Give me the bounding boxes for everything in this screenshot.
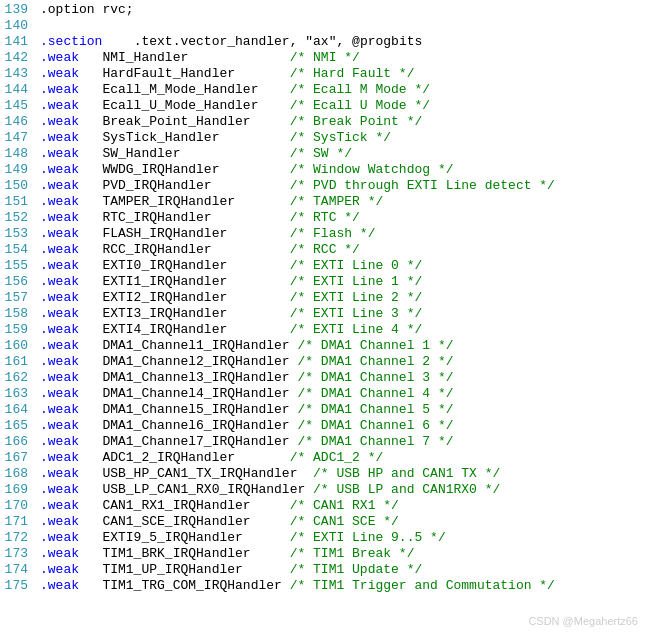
line-content: .weak NMI_Handler /* NMI */ [40,50,642,66]
code-token: FLASH_IRQHandler [79,226,290,241]
code-token: .weak [40,354,79,369]
code-token: /* TIM1 Trigger and Commutation */ [290,578,555,593]
code-token: .weak [40,98,79,113]
line-number: 164 [4,402,40,418]
line-content: .weak FLASH_IRQHandler /* Flash */ [40,226,642,242]
line-number: 175 [4,578,40,594]
line-number: 161 [4,354,40,370]
table-row: 155.weak EXTI0_IRQHandler /* EXTI Line 0… [0,258,646,274]
code-token: /* RCC */ [290,242,360,257]
table-row: 153.weak FLASH_IRQHandler /* Flash */ [0,226,646,242]
code-token: DMA1_Channel4_IRQHandler [79,386,297,401]
line-number: 141 [4,34,40,50]
table-row: 159.weak EXTI4_IRQHandler /* EXTI Line 4… [0,322,646,338]
code-token: .weak [40,50,79,65]
code-token: TIM1_BRK_IRQHandler [79,546,290,561]
table-row: 160.weak DMA1_Channel1_IRQHandler /* DMA… [0,338,646,354]
table-row: 151.weak TAMPER_IRQHandler /* TAMPER */ [0,194,646,210]
line-content: .weak ADC1_2_IRQHandler /* ADC1_2 */ [40,450,642,466]
line-content: .weak EXTI0_IRQHandler /* EXTI Line 0 */ [40,258,642,274]
code-token: /* DMA1 Channel 5 */ [297,402,453,417]
line-number: 169 [4,482,40,498]
code-token: .weak [40,82,79,97]
table-row: 163.weak DMA1_Channel4_IRQHandler /* DMA… [0,386,646,402]
table-row: 139.option rvc; [0,2,646,18]
code-token: DMA1_Channel6_IRQHandler [79,418,297,433]
line-content: .weak Ecall_U_Mode_Handler /* Ecall U Mo… [40,98,642,114]
line-content: .weak PVD_IRQHandler /* PVD through EXTI… [40,178,642,194]
table-row: 166.weak DMA1_Channel7_IRQHandler /* DMA… [0,434,646,450]
line-content: .weak RCC_IRQHandler /* RCC */ [40,242,642,258]
code-token: .weak [40,562,79,577]
line-number: 159 [4,322,40,338]
code-token: .weak [40,418,79,433]
line-number: 145 [4,98,40,114]
table-row: 144.weak Ecall_M_Mode_Handler /* Ecall M… [0,82,646,98]
code-token: .text.vector_handler, [102,34,305,49]
code-token: .weak [40,178,79,193]
code-token: .weak [40,146,79,161]
table-row: 142.weak NMI_Handler /* NMI */ [0,50,646,66]
line-number: 144 [4,82,40,98]
table-row: 172.weak EXTI9_5_IRQHandler /* EXTI Line… [0,530,646,546]
code-token: USB_HP_CAN1_TX_IRQHandler [79,466,313,481]
table-row: 148.weak SW_Handler /* SW */ [0,146,646,162]
code-token: /* TAMPER */ [290,194,384,209]
code-token: /* ADC1_2 */ [290,450,384,465]
code-token: EXTI9_5_IRQHandler [79,530,290,545]
line-number: 148 [4,146,40,162]
line-number: 168 [4,466,40,482]
code-token: .weak [40,466,79,481]
table-row: 164.weak DMA1_Channel5_IRQHandler /* DMA… [0,402,646,418]
code-token: CAN1_RX1_IRQHandler [79,498,290,513]
code-token: NMI_Handler [79,50,290,65]
code-token: RTC_IRQHandler [79,210,290,225]
line-content: .weak Break_Point_Handler /* Break Point… [40,114,642,130]
code-token: DMA1_Channel3_IRQHandler [79,370,297,385]
code-token: TIM1_TRG_COM_IRQHandler [79,578,290,593]
code-token: /* RTC */ [290,210,360,225]
code-token: .weak [40,66,79,81]
table-row: 170.weak CAN1_RX1_IRQHandler /* CAN1 RX1… [0,498,646,514]
table-row: 173.weak TIM1_BRK_IRQHandler /* TIM1 Bre… [0,546,646,562]
table-row: 140 [0,18,646,34]
table-row: 169.weak USB_LP_CAN1_RX0_IRQHandler /* U… [0,482,646,498]
line-content: .weak TIM1_BRK_IRQHandler /* TIM1 Break … [40,546,642,562]
line-number: 173 [4,546,40,562]
code-token: .option rvc; [40,2,134,17]
code-token: /* CAN1 SCE */ [290,514,399,529]
line-content: .weak DMA1_Channel1_IRQHandler /* DMA1 C… [40,338,642,354]
line-number: 147 [4,130,40,146]
line-content: .weak SW_Handler /* SW */ [40,146,642,162]
code-token: /* DMA1 Channel 3 */ [297,370,453,385]
code-token: EXTI0_IRQHandler [79,258,290,273]
code-token: EXTI2_IRQHandler [79,290,290,305]
code-token: .weak [40,530,79,545]
code-token: DMA1_Channel2_IRQHandler [79,354,297,369]
table-row: 165.weak DMA1_Channel6_IRQHandler /* DMA… [0,418,646,434]
code-token: /* USB HP and CAN1 TX */ [313,466,500,481]
table-row: 143.weak HardFault_Handler /* Hard Fault… [0,66,646,82]
code-token: CAN1_SCE_IRQHandler [79,514,290,529]
code-token: .weak [40,434,79,449]
code-token: .weak [40,338,79,353]
line-content: .weak USB_LP_CAN1_RX0_IRQHandler /* USB … [40,482,642,498]
code-token: , @progbits [336,34,422,49]
code-token: .weak [40,322,79,337]
line-content: .weak EXTI4_IRQHandler /* EXTI Line 4 */ [40,322,642,338]
code-token: "ax" [305,34,336,49]
line-number: 156 [4,274,40,290]
line-content: .weak HardFault_Handler /* Hard Fault */ [40,66,642,82]
code-token: /* Break Point */ [290,114,423,129]
line-content: .weak DMA1_Channel4_IRQHandler /* DMA1 C… [40,386,642,402]
code-editor: 139.option rvc;140141.section .text.vect… [0,0,646,635]
code-token: .weak [40,546,79,561]
code-token: .section [40,34,102,49]
line-content: .weak TAMPER_IRQHandler /* TAMPER */ [40,194,642,210]
table-row: 157.weak EXTI2_IRQHandler /* EXTI Line 2… [0,290,646,306]
line-content: .weak WWDG_IRQHandler /* Window Watchdog… [40,162,642,178]
code-token: Break_Point_Handler [79,114,290,129]
table-row: 168.weak USB_HP_CAN1_TX_IRQHandler /* US… [0,466,646,482]
code-token: .weak [40,194,79,209]
table-row: 147.weak SysTick_Handler /* SysTick */ [0,130,646,146]
